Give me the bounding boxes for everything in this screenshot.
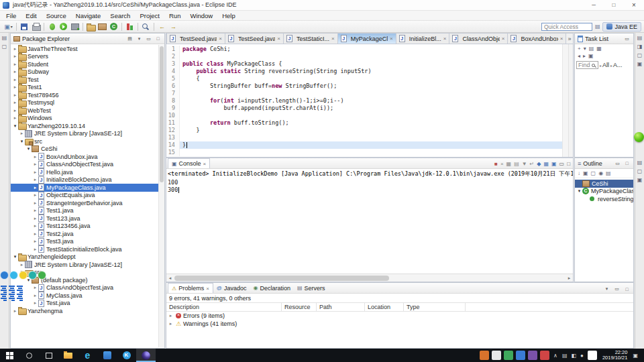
tree-item[interactable]: ▸JClassAndObjectTest.java bbox=[11, 161, 164, 169]
fastview-icon[interactable]: ◨ bbox=[637, 44, 643, 50]
view-menu-icon[interactable]: ▾ bbox=[603, 286, 610, 292]
new-java-project-icon[interactable] bbox=[86, 22, 96, 32]
minimize-view-icon[interactable]: ▭ bbox=[559, 161, 565, 167]
expand-arrow-icon[interactable]: ▸ bbox=[12, 108, 18, 113]
expand-arrow-icon[interactable]: ▸ bbox=[12, 100, 18, 105]
tree-item[interactable]: ▸Windows bbox=[11, 115, 164, 123]
column-header-type[interactable]: Type bbox=[404, 303, 466, 311]
terminate-icon[interactable]: ■ bbox=[494, 161, 498, 167]
expand-arrow-icon[interactable]: ▸ bbox=[12, 93, 18, 98]
tree-item[interactable]: ▸WebTest bbox=[11, 107, 164, 115]
collapse-arrow-icon[interactable]: ▾ bbox=[576, 188, 582, 194]
code-line[interactable]: 2 bbox=[166, 53, 562, 60]
expand-arrow-icon[interactable]: ▸ bbox=[168, 313, 174, 318]
ime-indicator-icon[interactable] bbox=[588, 351, 597, 360]
filter-icon[interactable]: ▦ bbox=[596, 46, 602, 52]
expand-arrow-icon[interactable]: ▸ bbox=[12, 54, 18, 59]
tree-item[interactable]: ▸JRE System Library [JavaSE-12] bbox=[11, 261, 164, 269]
tree-item[interactable]: ▸Servers bbox=[11, 53, 164, 61]
expand-arrow-icon[interactable]: ▸ bbox=[12, 77, 18, 82]
editor-tab[interactable]: JBoxAndUnbox...× bbox=[507, 33, 566, 44]
tree-item[interactable]: ▸JMyClass.java bbox=[11, 292, 164, 300]
search-icon[interactable] bbox=[19, 349, 39, 362]
fastview-icon[interactable]: ▤ bbox=[637, 160, 643, 166]
word-wrap-icon[interactable]: ↵ bbox=[530, 161, 535, 167]
expand-arrow-icon[interactable]: ▸ bbox=[32, 247, 38, 252]
scroll-lock-icon[interactable]: ▼ bbox=[522, 161, 527, 167]
problems-row[interactable]: ▸Errors (9 items) bbox=[166, 312, 633, 320]
menu-source[interactable]: Source bbox=[42, 12, 71, 19]
minimize-view-icon[interactable]: ▭ bbox=[145, 36, 152, 42]
code-line[interactable]: 7 bbox=[166, 90, 562, 97]
schedule-icon[interactable]: ▣ bbox=[588, 53, 594, 59]
editor-tab[interactable]: JTestSeed.java× bbox=[225, 33, 284, 44]
code-line[interactable]: 14} bbox=[166, 141, 562, 149]
java-ee-perspective-button[interactable]: Java EE bbox=[602, 22, 641, 32]
battery-icon[interactable]: ● bbox=[578, 353, 586, 359]
close-icon[interactable]: × bbox=[277, 36, 280, 42]
outline-item[interactable]: reverseString(String) bbox=[575, 195, 633, 203]
prev-task-icon[interactable]: ◂ bbox=[578, 53, 580, 59]
column-header-resource[interactable]: Resource bbox=[282, 303, 317, 311]
close-icon[interactable]: × bbox=[219, 36, 222, 42]
tree-item[interactable]: ▸Test1 bbox=[11, 84, 164, 92]
tree-item[interactable]: ▸JTestStaticInitializeBlock.java bbox=[11, 245, 164, 253]
tab-console[interactable]: Console × bbox=[168, 158, 210, 168]
menu-project[interactable]: Project bbox=[135, 12, 164, 19]
new-class-icon[interactable] bbox=[109, 22, 119, 32]
tree-item[interactable]: ▸Test bbox=[11, 76, 164, 84]
menu-run[interactable]: Run bbox=[164, 12, 185, 19]
close-icon[interactable]: × bbox=[331, 36, 335, 42]
tab-declaration[interactable]: ◉Declaration bbox=[250, 283, 294, 293]
kugou-icon[interactable] bbox=[117, 349, 136, 362]
column-header-path[interactable]: Path bbox=[317, 303, 365, 311]
tray-app-icon[interactable] bbox=[540, 351, 549, 360]
tree-item[interactable]: ▾src bbox=[11, 137, 164, 145]
scroll-left-icon[interactable]: ◂ bbox=[166, 276, 174, 281]
expand-arrow-icon[interactable]: ▸ bbox=[32, 192, 38, 198]
tray-app-icon[interactable] bbox=[492, 351, 501, 360]
tab-overflow[interactable]: » bbox=[566, 36, 573, 42]
menu-search[interactable]: Search bbox=[105, 12, 135, 19]
pin-console-icon[interactable]: ◆ bbox=[537, 161, 541, 167]
expand-arrow-icon[interactable]: ▸ bbox=[32, 231, 38, 237]
eclipse-icon[interactable] bbox=[136, 349, 156, 362]
code-line[interactable]: 11 return buff.toString(); bbox=[166, 119, 562, 127]
tree-item[interactable]: ▸JMyPackageClass.java bbox=[11, 184, 164, 192]
collapse-arrow-icon[interactable]: ▾ bbox=[12, 123, 18, 129]
run-icon[interactable] bbox=[58, 22, 68, 32]
forward-icon[interactable] bbox=[168, 22, 178, 32]
notification-center-icon[interactable]: ▣ bbox=[631, 353, 640, 359]
tray-app-icon[interactable] bbox=[528, 351, 537, 360]
expand-arrow-icon[interactable]: ▸ bbox=[32, 200, 38, 206]
expand-arrow-icon[interactable]: ▸ bbox=[32, 162, 38, 167]
tree-item[interactable]: ▸Subway bbox=[11, 68, 164, 76]
display-console-icon[interactable]: ▦ bbox=[543, 161, 549, 167]
collapse-all-icon[interactable]: ▤ bbox=[126, 36, 133, 42]
editor-tab[interactable]: JClassAndObje...× bbox=[449, 33, 508, 44]
minimize-view-icon[interactable]: ▭ bbox=[623, 36, 631, 42]
debug-icon[interactable] bbox=[47, 22, 57, 32]
palette-color-icon[interactable] bbox=[0, 271, 9, 280]
expand-arrow-icon[interactable]: ▸ bbox=[32, 223, 38, 229]
tray-app-icon[interactable] bbox=[516, 351, 525, 360]
code-line[interactable]: 15 bbox=[166, 149, 562, 156]
tree-item[interactable]: ▸JavaTheThreeTest bbox=[11, 45, 164, 53]
editor-tab[interactable]: JTestStaticI...× bbox=[283, 33, 338, 44]
overview-ruler[interactable] bbox=[568, 44, 573, 157]
network-icon[interactable]: ▤ bbox=[560, 353, 570, 359]
expand-arrow-icon[interactable]: ▸ bbox=[32, 177, 38, 182]
close-button[interactable] bbox=[624, 0, 644, 10]
search-icon[interactable] bbox=[141, 22, 151, 32]
tab-javadoc[interactable]: @Javadoc bbox=[213, 283, 250, 293]
taskbar-clock[interactable]: 22:20 2019/10/21 bbox=[599, 350, 631, 361]
fastview-icon[interactable]: ▤ bbox=[2, 35, 7, 41]
expand-arrow-icon[interactable]: ▸ bbox=[19, 131, 25, 136]
minimize-view-icon[interactable]: ▭ bbox=[614, 161, 621, 166]
hide-non-public-icon[interactable]: ◉ bbox=[598, 170, 603, 176]
expand-arrow-icon[interactable]: ▸ bbox=[32, 216, 38, 221]
tree-item[interactable]: ▸JHello.java bbox=[11, 168, 164, 176]
expand-arrow-icon[interactable]: ▸ bbox=[12, 115, 18, 121]
close-icon[interactable]: × bbox=[206, 286, 209, 292]
menu-edit[interactable]: Edit bbox=[21, 12, 41, 19]
